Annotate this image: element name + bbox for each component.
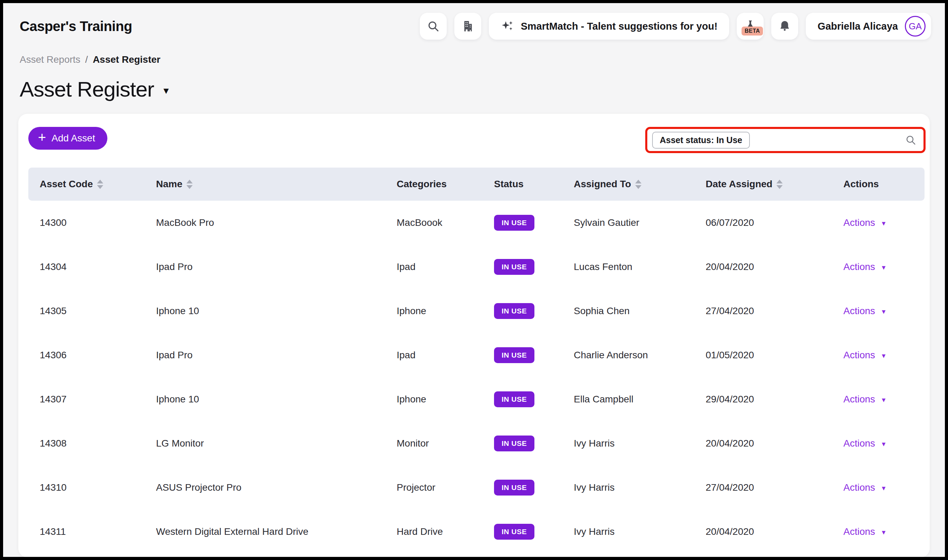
cell-name: Iphone 10 [156, 306, 199, 316]
asset-register-card: + Add Asset Asset status: In Use Asset C… [18, 114, 930, 557]
row-actions-label: Actions [843, 217, 875, 228]
sort-icon[interactable] [97, 180, 103, 189]
cell-name: Ipad Pro [156, 350, 193, 360]
cell-category: Iphone [397, 306, 426, 316]
cell-name: Ipad Pro [156, 262, 193, 272]
column-label: Asset Code [40, 178, 93, 190]
table-row: 14311Western Digital External Hard Drive… [28, 510, 925, 554]
column-label: Name [156, 178, 182, 190]
row-actions-button[interactable]: Actions▼ [843, 306, 887, 317]
table-row: 14304Ipad ProIpadIN USELucas Fenton20/04… [28, 245, 925, 289]
row-actions-label: Actions [843, 350, 875, 361]
table-row: 14307Iphone 10IphoneIN USEElla Campbell2… [28, 377, 925, 422]
sort-icon[interactable] [777, 180, 783, 189]
bell-icon [778, 20, 791, 33]
cell-name: MacBook Pro [156, 217, 214, 228]
cell-date-assigned: 20/04/2020 [706, 262, 754, 272]
status-badge: IN USE [494, 480, 534, 495]
cell-name: LG Monitor [156, 438, 204, 449]
cell-asset-code: 14306 [40, 350, 66, 360]
cell-category: Iphone [397, 394, 426, 405]
breadcrumb-asset-reports[interactable]: Asset Reports [20, 54, 80, 65]
cell-assigned-to: Lucas Fenton [574, 262, 633, 272]
status-badge: IN USE [494, 347, 534, 363]
cell-asset-code: 14308 [40, 438, 66, 449]
row-actions-button[interactable]: Actions▼ [843, 262, 887, 272]
table-row: 14310ASUS Projector ProProjectorIN USEIv… [28, 466, 925, 510]
cell-date-assigned: 27/04/2020 [706, 306, 754, 316]
row-actions-button[interactable]: Actions▼ [843, 482, 887, 493]
labs-button[interactable]: BETA [737, 13, 764, 40]
filter-search-icon[interactable] [905, 134, 917, 146]
cell-category: MacBoook [397, 217, 442, 228]
row-actions-label: Actions [843, 306, 875, 317]
sparkle-icon [500, 19, 514, 33]
row-actions-button[interactable]: Actions▼ [843, 217, 887, 228]
add-asset-button[interactable]: + Add Asset [28, 127, 107, 150]
search-button[interactable] [420, 13, 447, 40]
smartmatch-label: SmartMatch - Talent suggestions for you! [520, 21, 717, 32]
breadcrumb-current: Asset Register [93, 54, 161, 65]
cell-assigned-to: Ivy Harris [574, 438, 615, 449]
status-badge: IN USE [494, 524, 534, 540]
app-title: Casper's Training [20, 18, 132, 34]
column-header-name[interactable]: Name [156, 178, 397, 190]
row-actions-label: Actions [843, 482, 875, 493]
status-badge: IN USE [494, 303, 534, 319]
column-header-categories: Categories [397, 178, 494, 190]
smartmatch-button[interactable]: SmartMatch - Talent suggestions for you! [489, 13, 729, 40]
column-header-date-assigned[interactable]: Date Assigned [706, 178, 843, 190]
row-actions-button[interactable]: Actions▼ [843, 350, 887, 361]
filter-chip-asset-status[interactable]: Asset status: In Use [652, 132, 750, 149]
row-actions-button[interactable]: Actions▼ [843, 394, 887, 405]
user-menu[interactable]: Gabriella Alicaya GA [806, 13, 931, 40]
column-header-asset-code[interactable]: Asset Code [40, 178, 156, 190]
row-actions-button[interactable]: Actions▼ [843, 526, 887, 537]
plus-icon: + [38, 137, 46, 139]
chevron-down-icon: ▼ [881, 395, 887, 404]
sort-icon[interactable] [635, 180, 641, 189]
column-header-assigned-to[interactable]: Assigned To [574, 178, 706, 190]
column-label: Assigned To [574, 178, 631, 190]
filter-search-input[interactable]: Asset status: In Use [645, 127, 926, 153]
status-badge: IN USE [494, 259, 534, 275]
cell-asset-code: 14300 [40, 217, 66, 228]
sort-icon[interactable] [187, 180, 193, 189]
row-actions-button[interactable]: Actions▼ [843, 438, 887, 449]
status-badge: IN USE [494, 215, 534, 231]
beta-badge: BETA [741, 26, 763, 35]
breadcrumb-separator: / [85, 54, 88, 65]
notifications-button[interactable] [771, 13, 798, 40]
cell-assigned-to: Ella Campbell [574, 394, 633, 405]
app-window: Casper's Training [0, 0, 948, 560]
cell-assigned-to: Sylvain Gautier [574, 217, 639, 228]
cell-date-assigned: 06/07/2020 [706, 217, 754, 228]
cell-assigned-to: Ivy Harris [574, 526, 615, 537]
add-asset-label: Add Asset [51, 133, 95, 144]
table-row: 14306Ipad ProIpadIN USECharlie Anderson0… [28, 333, 925, 377]
cell-asset-code: 14304 [40, 262, 66, 272]
column-header-actions: Actions [843, 178, 925, 190]
cell-asset-code: 14305 [40, 306, 66, 316]
table-header-row: Asset CodeNameCategoriesStatusAssigned T… [28, 168, 925, 201]
cell-name: Iphone 10 [156, 394, 199, 405]
cell-category: Monitor [397, 438, 429, 449]
chevron-down-icon: ▼ [881, 307, 887, 315]
org-directory-button[interactable] [454, 13, 481, 40]
cell-date-assigned: 20/04/2020 [706, 438, 754, 449]
title-dropdown-caret[interactable]: ▼ [162, 82, 171, 96]
cell-asset-code: 14310 [40, 482, 66, 493]
table-body: 14300MacBook ProMacBoookIN USESylvain Ga… [28, 201, 925, 554]
row-actions-label: Actions [843, 394, 875, 405]
card-toolbar: + Add Asset Asset status: In Use [18, 114, 930, 153]
column-label: Categories [397, 178, 447, 190]
column-header-status: Status [494, 178, 574, 190]
column-label: Date Assigned [706, 178, 772, 190]
page-title-row: Asset Register ▼ [20, 77, 945, 102]
chevron-down-icon: ▼ [881, 263, 887, 271]
status-badge: IN USE [494, 391, 534, 407]
chevron-down-icon: ▼ [881, 351, 887, 360]
avatar: GA [905, 16, 926, 37]
column-label: Actions [843, 178, 879, 190]
topbar-actions: SmartMatch - Talent suggestions for you!… [420, 13, 931, 40]
